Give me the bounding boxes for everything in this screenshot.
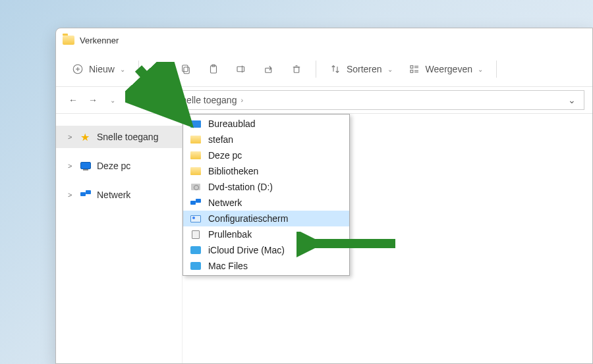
separator: [316, 61, 316, 78]
dropdown-item-label: Bureaublad: [208, 118, 256, 129]
titlebar[interactable]: Verkenner: [56, 28, 592, 52]
address-bar-history-chevron[interactable]: ⌄: [563, 95, 581, 105]
sidebar-item-quick-access[interactable]: > ★ Snelle toegang: [56, 126, 182, 148]
desktop-icon: [190, 118, 202, 129]
dropdown-item-control-panel[interactable]: Configuratiescherm: [183, 211, 349, 226]
expand-chevron-icon[interactable]: >: [68, 133, 74, 141]
svg-rect-11: [237, 66, 244, 72]
chevron-down-icon: ⌄: [120, 66, 125, 73]
chevron-down-icon: ⌄: [387, 66, 393, 73]
paste-icon: [208, 63, 219, 75]
svg-rect-21: [410, 70, 413, 73]
sidebar-item-label: Snelle toegang: [97, 132, 158, 142]
new-button[interactable]: Nieuw ⌄: [65, 59, 132, 79]
sort-label: Sorteren: [347, 64, 382, 74]
chevron-down-icon: ⌄: [478, 66, 483, 73]
dropdown-item-label: Prullenbak: [208, 229, 252, 240]
window-title: Verkenner: [80, 36, 119, 45]
trash-icon: [190, 229, 202, 240]
expand-chevron-icon[interactable]: >: [68, 162, 74, 170]
trash-icon: [291, 63, 302, 75]
folder-icon: [190, 261, 202, 271]
dropdown-item-label: Mac Files: [208, 261, 248, 271]
dropdown-item-this-pc[interactable]: Deze pc: [183, 147, 349, 163]
icloud-icon: [190, 245, 202, 255]
rename-button[interactable]: [229, 59, 254, 79]
navigation-bar: ← → ⌄ ↑ ★ ⌄ Snelle toegang › ⌄: [56, 86, 592, 114]
star-icon: ★: [80, 131, 92, 143]
share-icon: [263, 63, 275, 75]
dropdown-item-libraries[interactable]: Bibliotheken: [183, 163, 349, 179]
breadcrumb-root-dropdown[interactable]: ★ ⌄: [150, 91, 171, 109]
sidebar-item-label: Deze pc: [97, 161, 130, 171]
svg-rect-15: [294, 67, 299, 72]
pc-icon: [80, 161, 92, 171]
expand-chevron-icon[interactable]: >: [68, 191, 74, 199]
dvd-drive-icon: [190, 182, 202, 192]
dropdown-item-label: iCloud Drive (Mac): [208, 245, 285, 255]
folder-icon: [190, 150, 202, 161]
share-button[interactable]: [256, 59, 281, 79]
dropdown-item-user-folder[interactable]: stefan: [183, 132, 349, 147]
dropdown-item-dvd[interactable]: Dvd-station (D:): [183, 179, 349, 195]
chevron-down-icon: ⌄: [163, 97, 168, 104]
explorer-window: Verkenner Nieuw ⌄ Sorteren ⌄: [55, 28, 593, 364]
control-panel-icon: [190, 213, 202, 224]
sidebar-item-network[interactable]: > Netwerk: [56, 184, 182, 206]
sort-button[interactable]: Sorteren ⌄: [323, 59, 399, 79]
breadcrumb-segment[interactable]: Snelle toegang: [175, 95, 237, 105]
svg-rect-7: [184, 67, 189, 74]
new-label: Nieuw: [89, 64, 115, 74]
chevron-right-icon[interactable]: ›: [240, 96, 243, 104]
sidebar-item-label: Netwerk: [97, 190, 130, 200]
history-chevron[interactable]: ⌄: [103, 91, 122, 109]
svg-rect-18: [410, 66, 413, 68]
network-icon: [190, 197, 202, 208]
sort-icon: [329, 63, 341, 75]
dropdown-item-recycle-bin[interactable]: Prullenbak: [183, 226, 349, 242]
dropdown-item-label: Dvd-station (D:): [208, 182, 273, 192]
svg-point-3: [154, 70, 157, 73]
dropdown-item-label: Netwerk: [208, 197, 242, 208]
plus-circle-icon: [72, 63, 84, 75]
svg-rect-8: [183, 65, 188, 72]
address-bar[interactable]: ★ ⌄ Snelle toegang › ⌄: [147, 90, 584, 110]
network-icon: [80, 190, 92, 200]
star-icon: ★: [152, 94, 161, 107]
back-button[interactable]: ←: [64, 91, 82, 109]
command-bar: Nieuw ⌄ Sorteren ⌄ Weergeven: [56, 52, 592, 86]
dropdown-item-label: Bibliotheken: [208, 166, 258, 176]
paste-button[interactable]: [201, 59, 226, 79]
svg-point-4: [159, 70, 162, 73]
rename-icon: [235, 63, 247, 75]
copy-button[interactable]: [173, 59, 198, 79]
up-button[interactable]: ↑: [123, 91, 142, 109]
dropdown-item-icloud[interactable]: iCloud Drive (Mac): [183, 242, 349, 258]
copy-icon: [180, 63, 192, 75]
explorer-body: > ★ Snelle toegang > Deze pc > Netwerk B…: [56, 114, 592, 363]
cut-icon: [152, 63, 164, 75]
dropdown-item-network[interactable]: Netwerk: [183, 195, 349, 211]
folder-icon: [63, 36, 74, 45]
folder-icon: [190, 134, 202, 145]
dropdown-item-desktop[interactable]: Bureaublad: [183, 116, 349, 132]
view-button[interactable]: Weergeven ⌄: [402, 59, 490, 79]
sidebar-item-this-pc[interactable]: > Deze pc: [56, 155, 182, 177]
breadcrumb-dropdown: Bureaublad stefan Deze pc Bibliotheken D…: [183, 114, 350, 276]
dropdown-item-label: Configuratiescherm: [208, 213, 288, 224]
navigation-pane: > ★ Snelle toegang > Deze pc > Netwerk: [56, 114, 183, 363]
separator: [138, 61, 139, 78]
dropdown-item-mac-files[interactable]: Mac Files: [183, 258, 349, 274]
separator: [496, 61, 497, 78]
forward-button[interactable]: →: [84, 91, 102, 109]
dropdown-item-label: Deze pc: [208, 150, 242, 161]
delete-button[interactable]: [284, 59, 309, 79]
view-icon: [409, 63, 420, 75]
view-label: Weergeven: [426, 64, 472, 74]
dropdown-item-label: stefan: [208, 134, 233, 145]
folder-icon: [190, 166, 202, 176]
cut-button[interactable]: [146, 59, 171, 79]
